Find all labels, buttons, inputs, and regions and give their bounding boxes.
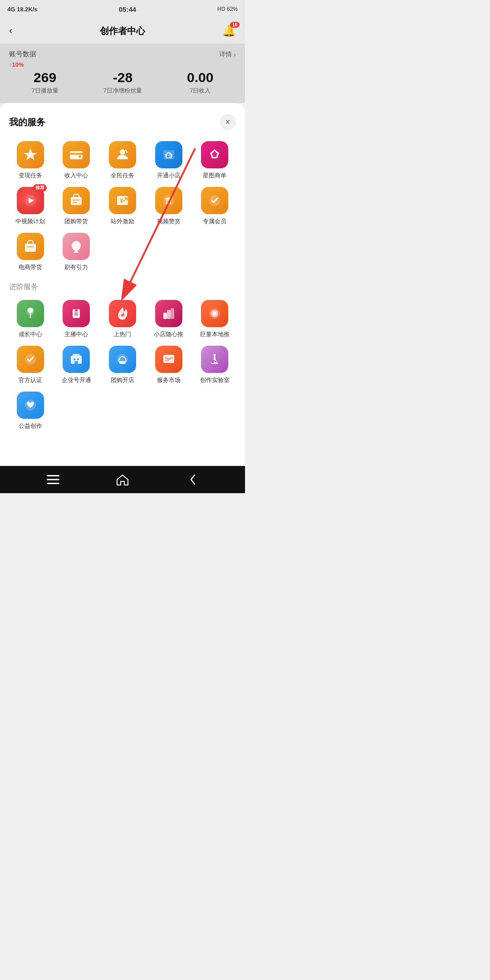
stats-header: 账号数据 详情 ›: [9, 50, 236, 59]
nav-home-button[interactable]: [111, 470, 134, 489]
panel-header: 我的服务 ×: [9, 114, 236, 130]
service-name-hottrend: 上热门: [113, 331, 131, 338]
stat-plays-value: 269: [32, 70, 59, 85]
svg-rect-45: [47, 475, 59, 476]
service-item-kaitong[interactable]: 刷 开通小店: [147, 141, 190, 180]
service-item-shoppush[interactable]: 小店随心推: [147, 300, 190, 338]
svg-rect-21: [25, 244, 36, 252]
svg-rect-13: [73, 200, 80, 201]
service-icon-official: [17, 346, 44, 373]
notification-badge: 16: [230, 22, 240, 28]
service-item-xintu[interactable]: 星图商单: [193, 141, 236, 180]
svg-rect-39: [74, 361, 78, 364]
svg-point-4: [78, 155, 81, 158]
svg-text:刷: 刷: [166, 154, 171, 158]
service-name-drama: 剧有引力: [64, 264, 88, 271]
service-icon-servicemarket: [155, 346, 182, 373]
svg-point-33: [213, 312, 216, 315]
service-name-grow: 成长中心: [19, 331, 42, 338]
service-icon-charity: [17, 392, 44, 419]
svg-rect-46: [47, 479, 59, 480]
service-item-ecom[interactable]: 电商带货: [9, 233, 52, 271]
svg-text:赏: 赏: [165, 197, 172, 204]
service-item-grow[interactable]: 成长中心: [9, 300, 52, 338]
status-battery: HD 62%: [217, 6, 238, 12]
service-item-official[interactable]: 官方认证: [9, 346, 52, 384]
svg-rect-29: [167, 310, 171, 319]
panel-close-button[interactable]: ×: [220, 114, 236, 130]
stats-row: 269 7日播放量 -28 7日净增粉丝量 0.00 7日收入: [9, 70, 236, 95]
service-name-bianxian: 变现任务: [19, 172, 42, 180]
service-icon-quanmin: [109, 141, 136, 168]
service-name-shouru: 收入中心: [64, 172, 88, 180]
svg-rect-36: [73, 354, 80, 357]
service-name-anchor: 主播中心: [64, 331, 88, 338]
service-item-member[interactable]: 专属会员: [193, 187, 236, 225]
my-services-grid: 变现任务 收入中心 全民任务: [9, 141, 236, 271]
svg-rect-28: [163, 313, 167, 319]
stat-fans-value: -28: [103, 70, 142, 85]
svg-rect-47: [47, 483, 59, 484]
service-item-quanmin[interactable]: 全民任务: [101, 141, 144, 180]
service-name-lab: 创作实验室: [200, 377, 230, 384]
service-item-outside[interactable]: ¥ 站外激励: [101, 187, 144, 225]
svg-point-5: [120, 149, 125, 155]
nav-menu-button[interactable]: [42, 470, 64, 489]
service-icon-xintu: [201, 141, 228, 168]
svg-rect-22: [27, 246, 34, 247]
service-icon-member: [201, 187, 228, 214]
notification-bell[interactable]: 🔔 16: [222, 24, 236, 37]
service-icon-lab: [201, 346, 228, 373]
service-item-anchor[interactable]: 主播中心: [55, 300, 98, 338]
service-item-local[interactable]: 巨量本地推: [193, 300, 236, 338]
account-stats-section: 账号数据 详情 › ↑10% 269 7日播放量 -28 7日净增粉丝量 0.0…: [0, 44, 245, 103]
service-item-charity[interactable]: 公益创作: [9, 392, 52, 430]
service-item-drama[interactable]: 剧有引力: [55, 233, 98, 271]
service-name-charity: 公益创作: [19, 422, 42, 430]
service-icon-reward: 赏: [155, 187, 182, 214]
service-name-reward: 视频赞赏: [157, 218, 181, 225]
service-item-lab[interactable]: 创作实验室: [193, 346, 236, 384]
service-name-enterprise: 企业号开通: [62, 377, 91, 384]
svg-rect-12: [71, 197, 82, 205]
service-item-zhongshipin[interactable]: 推荐 中视频计划: [9, 187, 52, 225]
service-name-xintu: 星图商单: [203, 172, 226, 180]
service-item-groupshop[interactable]: 团购开店: [101, 346, 144, 384]
service-name-zhongshipin: 中视频计划: [15, 218, 45, 225]
service-name-quanmin: 全民任务: [111, 172, 134, 180]
svg-rect-14: [73, 202, 77, 203]
service-icon-groupshop: [109, 346, 136, 373]
top-nav: ‹ 创作者中心 🔔 16: [0, 18, 245, 44]
main-panel: 我的服务 × 变现任务 收入中心: [0, 103, 245, 466]
service-item-reward[interactable]: 赏 视频赞赏: [147, 187, 190, 225]
service-name-servicemarket: 服务市场: [157, 377, 181, 384]
service-name-official: 官方认证: [19, 377, 42, 384]
service-item-bianxian[interactable]: 变现任务: [9, 141, 52, 180]
back-button[interactable]: ‹: [9, 25, 12, 37]
service-icon-ecom: [17, 233, 44, 260]
service-name-outside: 站外激励: [111, 218, 134, 225]
stats-detail-link[interactable]: 详情 ›: [219, 50, 236, 59]
svg-rect-37: [74, 358, 75, 360]
stats-growth-tag: ↑10%: [9, 61, 236, 68]
svg-rect-38: [77, 358, 79, 360]
service-item-servicemarket[interactable]: 服务市场: [147, 346, 190, 384]
service-icon-shouru: [63, 141, 90, 168]
status-time: 05:44: [119, 5, 136, 13]
service-item-tuangou[interactable]: 团购带货: [55, 187, 98, 225]
service-icon-drama: [63, 233, 90, 260]
service-item-hottrend[interactable]: 上热门: [101, 300, 144, 338]
service-icon-hottrend: [109, 300, 136, 327]
service-item-enterprise[interactable]: 企业号开通: [55, 346, 98, 384]
service-icon-kaitong: 刷: [155, 141, 182, 168]
service-icon-grow: [17, 300, 44, 327]
stat-income-desc: 7日收入: [187, 87, 213, 95]
nav-back-button[interactable]: [181, 470, 203, 489]
service-item-shouru[interactable]: 收入中心: [55, 141, 98, 180]
svg-rect-2: [70, 151, 83, 159]
stat-fans: -28 7日净增粉丝量: [103, 70, 142, 95]
stats-label: 账号数据: [9, 50, 36, 59]
svg-point-43: [212, 361, 214, 363]
svg-rect-26: [74, 313, 78, 314]
service-icon-anchor: [63, 300, 90, 327]
